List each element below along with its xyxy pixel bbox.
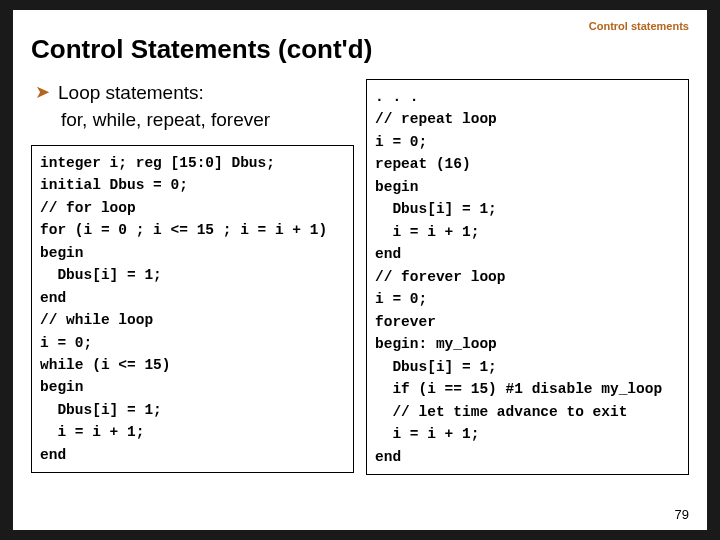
bullet-item: ➤ Loop statements: — [35, 81, 354, 105]
code-box-right: . . . // repeat loop i = 0; repeat (16) … — [366, 79, 689, 475]
code-box-left: integer i; reg [15:0] Dbus; initial Dbus… — [31, 145, 354, 474]
page-number: 79 — [675, 507, 689, 522]
bullet-heading: Loop statements: — [58, 81, 204, 105]
slide-title: Control Statements (cont'd) — [31, 34, 689, 65]
bullet-arrow-icon: ➤ — [35, 81, 50, 105]
left-column: ➤ Loop statements: for, while, repeat, f… — [31, 79, 354, 473]
bullet-subline: for, while, repeat, forever — [61, 109, 354, 131]
topic-label: Control statements — [589, 20, 689, 32]
slide: Control statements Control Statements (c… — [13, 10, 707, 530]
code-left: integer i; reg [15:0] Dbus; initial Dbus… — [40, 152, 345, 467]
right-column: . . . // repeat loop i = 0; repeat (16) … — [366, 79, 689, 475]
code-right: . . . // repeat loop i = 0; repeat (16) … — [375, 86, 680, 468]
content-columns: ➤ Loop statements: for, while, repeat, f… — [31, 79, 689, 475]
